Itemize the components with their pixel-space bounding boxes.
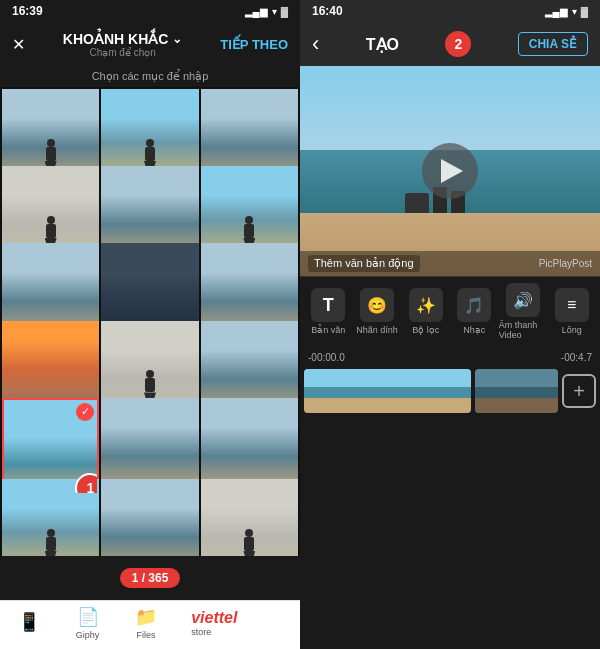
badge-1: 1 [75,473,99,495]
battery-icon: ▓ [281,6,288,17]
left-nav-bar: 📱 📄 Giphy 📁 Files viettel store [0,600,300,649]
tool-music[interactable]: 🎵 Nhạc [450,288,499,335]
tools-bar: T Bản văn 😊 Nhãn dính ✨ Bộ lọc 🎵 Nhạc 🔊 … [300,276,600,346]
timeline-start: -00:00.0 [308,352,345,363]
media-counter: 1 / 365 [120,568,181,588]
left-bottom-bar: 1 / 365 [0,556,300,600]
luma-tool-icon: ≡ [555,288,589,322]
right-signal-icon: ▂▄▆ [545,6,568,17]
next-button[interactable]: TIẾP THEO [220,37,288,52]
nav-files-label: Files [137,630,156,640]
left-title-group: KHOẢNH KHẮC ⌄ Chạm để chọn [25,31,220,58]
tool-text[interactable]: T Bản văn [304,288,353,335]
right-wifi-icon: ▾ [572,6,577,17]
nav-giphy-label: Giphy [76,630,100,640]
tool-audio[interactable]: 🔊 Âm thanh Video [499,283,548,340]
tool-filter[interactable]: ✨ Bộ lọc [401,288,450,335]
viettel-brand: viettel [191,609,237,626]
right-panel: 16:40 ▂▄▆ ▾ ▓ ‹ TẠO 2 CHIA SẺ [300,0,600,649]
media-grid: ✓ 00:04 1 00:02 00:00 [0,87,300,556]
viettel-area: viettel store [175,605,300,641]
share-button[interactable]: CHIA SẺ [518,32,588,56]
right-title: TẠO [366,35,399,54]
nav-item-photos[interactable]: 📱 [0,611,58,635]
clip-sand [304,398,471,413]
right-status-bar: 16:40 ▂▄▆ ▾ ▓ [300,0,600,22]
play-icon [441,159,463,183]
filter-tool-icon: ✨ [409,288,443,322]
timeline-end: -00:4.7 [561,352,592,363]
video-preview[interactable]: Thêm văn bản động PicPlayPost [300,66,600,276]
play-button[interactable] [422,143,478,199]
timeline-area: -00:00.0 -00:4.7 + [300,346,600,649]
left-time: 16:39 [12,4,43,18]
check-icon: ✓ [76,403,94,421]
left-status-icons: ▂▄▆ ▾ ▓ [245,6,288,17]
wifi-icon: ▾ [272,6,277,17]
text-tool-icon: T [311,288,345,322]
left-header: ✕ KHOẢNH KHẮC ⌄ Chạm để chọn TIẾP THEO [0,22,300,66]
music-tool-icon: 🎵 [457,288,491,322]
tool-audio-label: Âm thanh Video [499,320,548,340]
viettel-logo: viettel store [183,605,245,641]
files-icon: 📁 [135,606,157,628]
list-item[interactable] [101,479,198,556]
tool-luma-label: Lông [562,325,582,335]
nav-item-giphy[interactable]: 📄 Giphy [58,606,116,640]
signal-icon: ▂▄▆ [245,6,268,17]
back-button[interactable]: ‹ [312,31,319,57]
timeline-timer: -00:00.0 -00:4.7 [304,350,596,365]
add-clip-button[interactable]: + [562,374,596,408]
chevron-down-icon: ⌄ [172,32,182,46]
video-bottom-bar: Thêm văn bản động PicPlayPost [300,251,600,276]
timeline-clip[interactable] [304,369,471,413]
left-subtitle: Chạm để chọn [25,47,220,58]
left-status-bar: 16:39 ▂▄▆ ▾ ▓ [0,0,300,22]
left-title-text: KHOẢNH KHẮC [63,31,169,47]
left-panel: 16:39 ▂▄▆ ▾ ▓ ✕ KHOẢNH KHẮC ⌄ Chạm để ch… [0,0,300,649]
tool-sticker[interactable]: 😊 Nhãn dính [353,288,402,335]
timeline-clip-2[interactable] [475,369,558,413]
clip2-sand [475,398,558,413]
close-button[interactable]: ✕ [12,35,25,54]
right-time: 16:40 [312,4,343,18]
tool-text-label: Bản văn [311,325,345,335]
badge-2: 2 [445,31,471,57]
video-watermark: PicPlayPost [539,258,592,269]
timeline-track: + [304,369,596,413]
tool-sticker-label: Nhãn dính [356,325,398,335]
left-title-main: KHOẢNH KHẮC ⌄ [25,31,220,47]
sticker-tool-icon: 😊 [360,288,394,322]
right-battery-icon: ▓ [581,6,588,17]
tool-music-label: Nhạc [463,325,485,335]
giphy-icon: 📄 [77,606,99,628]
viettel-store-label: store [191,627,237,637]
video-text-label: Thêm văn bản động [308,255,420,272]
right-header: ‹ TẠO 2 CHIA SẺ [300,22,600,66]
photos-icon: 📱 [18,611,40,633]
right-status-icons: ▂▄▆ ▾ ▓ [545,6,588,17]
list-item[interactable] [201,479,298,556]
tool-filter-label: Bộ lọc [412,325,439,335]
tool-luma[interactable]: ≡ Lông [547,288,596,335]
select-label: Chọn các mục để nhập [0,66,300,87]
nav-item-files[interactable]: 📁 Files [117,606,175,640]
audio-tool-icon: 🔊 [506,283,540,317]
